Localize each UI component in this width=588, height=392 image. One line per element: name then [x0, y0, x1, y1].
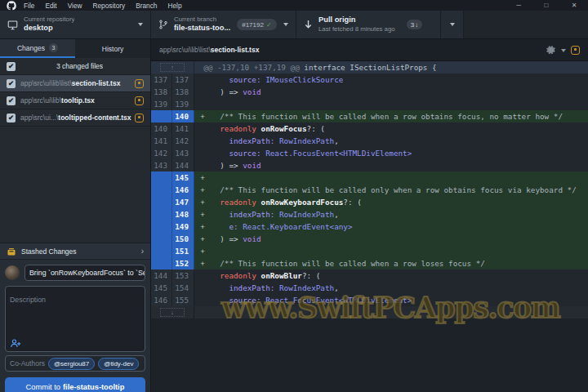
current-branch-label: Current branch [174, 16, 230, 24]
modified-status-icon [135, 114, 144, 122]
current-branch-value: file-status-too... [174, 24, 230, 33]
computer-icon [7, 20, 18, 30]
close-icon[interactable]: ✕ [560, 0, 588, 11]
sidebar-tabs: Changes3History [0, 39, 150, 58]
changed-files-count: 3 changed files [16, 62, 144, 70]
diff-context-line: 144153 readonly onRowBlur?: ( [151, 270, 588, 282]
file-path: app\src\ui\lib\tooltip.tsx [20, 96, 135, 105]
file-row[interactable]: ✔app\src\ui...\tooltipped-content.tsx [0, 109, 150, 127]
chevron-down-icon [450, 23, 455, 26]
branch-icon [158, 19, 168, 30]
diff-file-header: app\src\ui\lib\list\section-list.tsx [151, 39, 588, 61]
menu-file[interactable]: File [22, 2, 36, 10]
diff-context-line: 139139 [151, 98, 588, 110]
commit-description-textarea[interactable]: Description [5, 286, 145, 352]
tab-label: Changes [17, 44, 45, 52]
avatar [5, 265, 20, 280]
diff-context-line: 138138 ) => void [151, 86, 588, 98]
commit-form: Bring `onRowKeyboardFocus` to `Se Descri… [0, 260, 150, 392]
chevron-right-icon: › [141, 247, 144, 256]
menu-repository[interactable]: Repository [91, 2, 127, 10]
pull-count-badge: 3↓ [407, 20, 422, 29]
description-placeholder: Description [10, 296, 46, 304]
file-row[interactable]: ✔app\src\ui\lib\tooltip.tsx [0, 92, 150, 109]
diff-added-line[interactable]: 140+ /** This function will be called wh… [151, 110, 588, 122]
file-path: app\src\ui\lib\list\section-list.tsx [20, 79, 135, 87]
expand-hunk-up-button[interactable]: ↑ [151, 61, 194, 74]
file-checkbox[interactable]: ✔ [7, 114, 16, 122]
current-repository-value: desktop [24, 24, 74, 33]
minimize-icon[interactable]: ─ [505, 0, 532, 11]
coauthor-pill[interactable]: @sergiou87 [48, 358, 95, 370]
diff-added-line[interactable]: 145+ [151, 172, 588, 184]
changes-count-badge: 3 [49, 43, 58, 52]
tab-history[interactable]: History [75, 39, 150, 58]
menu-help[interactable]: Help [166, 2, 183, 10]
file-checkbox[interactable]: ✔ [7, 79, 16, 88]
diff-file-path-prefix: app\src\ui\lib\list\ [159, 46, 211, 54]
coauthors-field[interactable]: Co-Authors @sergiou87@tidy-dev [5, 355, 145, 372]
expand-hunk-down-button[interactable]: ↓ [151, 306, 194, 318]
watermark: www.SwiftPCApps.com [221, 291, 559, 324]
toolbar: Current repository desktop Current branc… [0, 11, 588, 39]
diff-context-line: 137137 source: IMouseClickSource [151, 74, 588, 86]
tab-label: History [102, 45, 123, 53]
select-all-checkbox[interactable]: ✔ [7, 62, 16, 71]
commit-summary-input[interactable]: Bring `onRowKeyboardFocus` to `Se [24, 265, 145, 281]
current-repository-label: Current repository [24, 16, 74, 24]
diff-panel: app\src\ui\lib\list\section-list.tsx ↑ @… [151, 39, 588, 392]
chevron-down-icon[interactable] [561, 46, 566, 54]
diff-added-line[interactable]: 147+ readonly onRowKeyboardFocus?: ( [151, 196, 588, 208]
commit-button[interactable]: Commit to file-status-tooltip [5, 377, 145, 392]
diff-file-name: section-list.tsx [211, 46, 260, 54]
github-desktop-logo-icon [7, 1, 16, 11]
chevron-down-icon [131, 23, 143, 26]
sidebar-filler [0, 127, 150, 243]
arrow-down-icon [304, 20, 313, 30]
check-icon: ✓ [266, 21, 272, 29]
current-repository-button[interactable]: Current repository desktop [0, 11, 151, 38]
modified-status-icon [135, 96, 144, 105]
modified-status-icon [571, 46, 580, 55]
stashed-changes-label: Stashed Changes [21, 247, 77, 256]
pull-options-dropdown[interactable] [441, 11, 464, 38]
diff-added-line[interactable]: 151+ [151, 245, 588, 257]
coauthors-label: Co-Authors [10, 359, 45, 368]
arrow-down-icon: ↓ [415, 21, 418, 29]
changed-files-list: ✔app\src\ui\lib\list\section-list.tsx✔ap… [0, 75, 150, 127]
menu-edit[interactable]: Edit [43, 2, 58, 10]
diff-hunk-header: ↑ @@ -137,10 +137,19 @@ interface ISecti… [151, 61, 588, 74]
menubar: FileEditViewRepositoryBranchHelp [22, 2, 191, 10]
changed-files-header[interactable]: ✔ 3 changed files [0, 58, 150, 75]
titlebar: FileEditViewRepositoryBranchHelp ─ □ ✕ [0, 0, 588, 11]
chevron-down-icon [277, 23, 288, 26]
tab-changes[interactable]: Changes3 [0, 39, 75, 58]
diff-context-line: 140141 readonly onRowFocus?: ( [151, 122, 588, 135]
coauthor-pill[interactable]: @tidy-dev [98, 358, 139, 370]
current-branch-button[interactable]: Current branch file-status-too... #17192… [151, 11, 296, 38]
stash-icon [7, 247, 16, 256]
diff-context-line: 142143 source: React.FocusEvent<HTMLDivE… [151, 147, 588, 159]
file-row[interactable]: ✔app\src\ui\lib\list\section-list.tsx [0, 75, 150, 92]
pull-origin-button[interactable]: Pull origin Last fetched 8 minutes ago 3… [296, 11, 441, 38]
sidebar: Changes3History ✔ 3 changed files ✔app\s… [0, 39, 151, 392]
pull-origin-subtitle: Last fetched 8 minutes ago [318, 25, 395, 33]
file-checkbox[interactable]: ✔ [7, 96, 16, 105]
menu-branch[interactable]: Branch [134, 2, 158, 10]
diff-context-line: 141142 indexPath: RowIndexPath, [151, 135, 588, 147]
diff-added-line[interactable]: 149+ e: React.KeyboardEvent<any> [151, 220, 588, 233]
stashed-changes-row[interactable]: Stashed Changes › [0, 243, 150, 260]
maximize-icon[interactable]: □ [532, 0, 560, 11]
diff-view: ↑ @@ -137,10 +137,19 @@ interface ISecti… [151, 61, 588, 318]
gear-icon[interactable] [546, 45, 556, 55]
diff-added-line[interactable]: 148+ indexPath: RowIndexPath, [151, 208, 588, 220]
modified-status-icon [135, 79, 144, 88]
diff-context-line: 143144 ) => void [151, 159, 588, 172]
pr-badge: #17192 ✓ [237, 19, 276, 30]
menu-view[interactable]: View [66, 2, 84, 10]
diff-added-line[interactable]: 150+ ) => void [151, 233, 588, 245]
add-coauthor-icon[interactable] [11, 339, 21, 348]
diff-added-line[interactable]: 146+ /** This function will be called on… [151, 184, 588, 196]
file-path: app\src\ui...\tooltipped-content.tsx [20, 114, 135, 122]
diff-added-line[interactable]: 152+ /** This function will be called wh… [151, 257, 588, 270]
